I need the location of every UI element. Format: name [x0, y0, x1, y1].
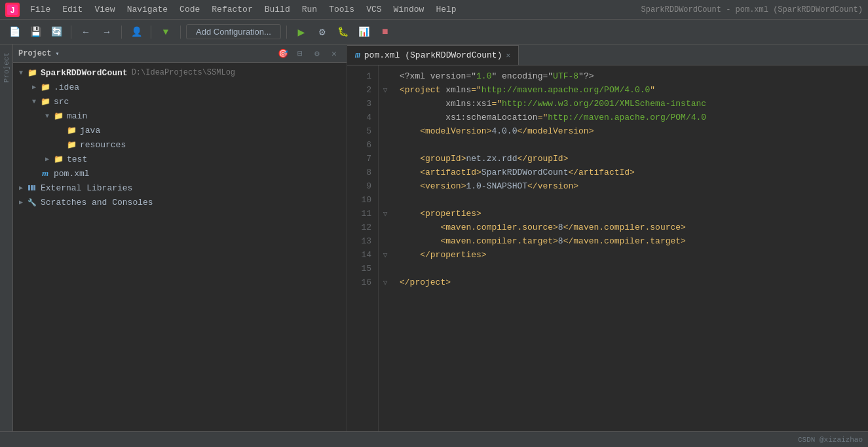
menu-file[interactable]: File — [25, 3, 56, 16]
project-panel: Project ▾ 🎯 ⊟ ⚙ ✕ ▼ 📁 SparkRDDWordCount … — [13, 45, 347, 431]
tab-maven-icon: m — [355, 50, 360, 60]
toolbar-separator-2 — [121, 26, 122, 39]
menu-view[interactable]: View — [89, 3, 120, 16]
expand-arrow-scratches[interactable]: ▶ — [16, 198, 26, 206]
svg-rect-3 — [28, 185, 30, 190]
fold-16[interactable]: ▽ — [383, 278, 388, 287]
tree-label-main: main — [67, 111, 87, 121]
collapse-all-btn[interactable]: ⊟ — [293, 46, 307, 61]
expand-arrow-java[interactable]: ▶ — [55, 126, 66, 134]
expand-arrow-resources[interactable]: ▶ — [55, 141, 66, 149]
toolbar-separator-1 — [71, 26, 71, 39]
svg-text:J: J — [10, 7, 14, 16]
panel-title-arrow[interactable]: ▾ — [55, 50, 59, 58]
tree-label-src: src — [54, 97, 69, 107]
window-title: SparkRDDWordCount - pom.xml (SparkRDDWor… — [641, 5, 863, 14]
expand-arrow-idea[interactable]: ▶ — [29, 83, 39, 91]
line-num-2: 2 — [347, 83, 371, 97]
fold-2[interactable]: ▽ — [383, 86, 388, 94]
line-num-9: 9 — [347, 179, 371, 193]
file-tree: ▼ 📁 SparkRDDWordCount D:\IdeaProjects\SS… — [13, 63, 347, 431]
menu-run[interactable]: Run — [297, 3, 322, 16]
folder-icon-src: 📁 — [39, 96, 51, 107]
add-configuration-btn[interactable]: Add Configuration... — [186, 24, 281, 39]
svg-rect-5 — [33, 185, 35, 190]
debug-btn[interactable]: 🐛 — [334, 23, 352, 41]
line-num-5: 5 — [347, 124, 371, 138]
line-num-4: 4 — [347, 111, 371, 124]
tree-item-idea[interactable]: ▶ 📁 .idea — [13, 80, 347, 94]
expand-arrow-test[interactable]: ▶ — [42, 155, 52, 163]
tree-label-scratches: Scratches and Consoles — [41, 198, 153, 207]
menu-window[interactable]: Window — [388, 3, 430, 16]
line-num-15: 15 — [347, 262, 371, 276]
fold-11[interactable]: ▽ — [383, 209, 388, 218]
expand-arrow-pom[interactable]: ▶ — [29, 170, 39, 177]
expand-arrow-ext-lib[interactable]: ▶ — [16, 184, 26, 192]
code-content[interactable]: <?xml version="1.0" encoding="UTF-8"?> <… — [392, 65, 868, 431]
editor-area: m pom.xml (SparkRDDWordCount) ✕ 1 2 3 4 … — [347, 45, 868, 431]
code-line-6 — [400, 138, 868, 152]
panel-title: Project — [18, 49, 51, 58]
panel-close-btn[interactable]: ✕ — [327, 46, 341, 61]
locate-btn[interactable]: 🎯 — [276, 46, 290, 61]
folder-icon-java: 📁 — [66, 125, 77, 135]
ext-lib-icon — [26, 183, 38, 193]
tree-label-root-path: D:\IdeaProjects\SSMLog — [132, 68, 235, 77]
menu-help[interactable]: Help — [430, 3, 461, 16]
line-numbers: 1 2 3 4 5 6 7 8 9 10 11 12 13 14 15 16 — [347, 65, 379, 431]
line-num-6: 6 — [347, 138, 371, 152]
menu-refactor[interactable]: Refactor — [206, 3, 257, 16]
menu-edit[interactable]: Edit — [57, 3, 88, 16]
back-btn[interactable]: ← — [77, 23, 95, 41]
tree-item-java[interactable]: ▶ 📁 java — [13, 123, 347, 137]
menu-bar: J File Edit View Navigate Code Refactor … — [0, 0, 868, 20]
vcs-btn[interactable]: ▼ — [157, 23, 175, 41]
expand-arrow-src[interactable]: ▼ — [29, 98, 39, 105]
coverage-btn[interactable]: ⚙ — [313, 23, 331, 41]
menu-navigate[interactable]: Navigate — [122, 3, 173, 16]
line-num-10: 10 — [347, 193, 371, 207]
stop-btn[interactable]: ■ — [376, 23, 394, 41]
folder-icon-resources: 📁 — [66, 139, 77, 150]
save-btn[interactable]: 💾 — [26, 23, 45, 41]
toolbar: 📄 💾 🔄 ← → 👤 ▼ Add Configuration... ▶ ⚙ 🐛… — [0, 20, 868, 45]
tree-item-resources[interactable]: ▶ 📁 resources — [13, 137, 347, 152]
panel-options-btn[interactable]: ⚙ — [310, 46, 324, 61]
menu-code[interactable]: Code — [174, 3, 205, 16]
menu-tools[interactable]: Tools — [324, 3, 360, 16]
toolbar-separator-3 — [151, 26, 151, 39]
tree-item-ext-lib[interactable]: ▶ External Libraries — [13, 181, 347, 195]
panel-header-actions: 🎯 ⊟ ⚙ ✕ — [276, 46, 341, 61]
forward-btn[interactable]: → — [98, 23, 116, 41]
tree-item-test[interactable]: ▶ 📁 test — [13, 152, 347, 166]
code-line-7: <groupId>net.zx.rdd</groupId> — [400, 152, 868, 166]
menu-vcs[interactable]: VCS — [361, 3, 387, 16]
code-line-9: <version>1.0-SNAPSHOT</version> — [400, 179, 868, 193]
line-num-16: 16 — [347, 276, 371, 289]
code-line-3: xmlns:xsi="http://www.w3.org/2001/XMLSch… — [400, 97, 868, 111]
tree-item-pom[interactable]: ▶ m pom.xml — [13, 166, 347, 181]
tree-label-test: test — [67, 154, 87, 164]
editor-tabs: m pom.xml (SparkRDDWordCount) ✕ — [347, 45, 868, 65]
folder-icon-main: 📁 — [52, 111, 64, 121]
sync-btn[interactable]: 🔄 — [47, 23, 66, 41]
fold-14[interactable]: ▽ — [383, 251, 388, 259]
tree-item-root[interactable]: ▼ 📁 SparkRDDWordCount D:\IdeaProjects\SS… — [13, 65, 347, 80]
tree-item-scratches[interactable]: ▶ 🔧 Scratches and Consoles — [13, 195, 347, 209]
new-file-btn[interactable]: 📄 — [5, 23, 24, 41]
profile-btn[interactable]: 📊 — [355, 23, 373, 41]
editor-tab-pom[interactable]: m pom.xml (SparkRDDWordCount) ✕ — [347, 45, 519, 65]
watermark: CSDN @xizaizhao — [798, 436, 863, 444]
tab-close-btn[interactable]: ✕ — [506, 51, 510, 60]
user-btn[interactable]: 👤 — [127, 23, 145, 41]
menu-build[interactable]: Build — [259, 3, 295, 16]
project-tab[interactable]: Project — [1, 47, 12, 88]
line-num-8: 8 — [347, 166, 371, 179]
expand-arrow-root[interactable]: ▼ — [16, 69, 26, 77]
tree-item-src[interactable]: ▼ 📁 src — [13, 94, 347, 109]
tree-item-main[interactable]: ▼ 📁 main — [13, 109, 347, 123]
run-btn[interactable]: ▶ — [292, 23, 311, 41]
expand-arrow-main[interactable]: ▼ — [42, 113, 52, 120]
code-editor[interactable]: 1 2 3 4 5 6 7 8 9 10 11 12 13 14 15 16 — [347, 65, 868, 431]
